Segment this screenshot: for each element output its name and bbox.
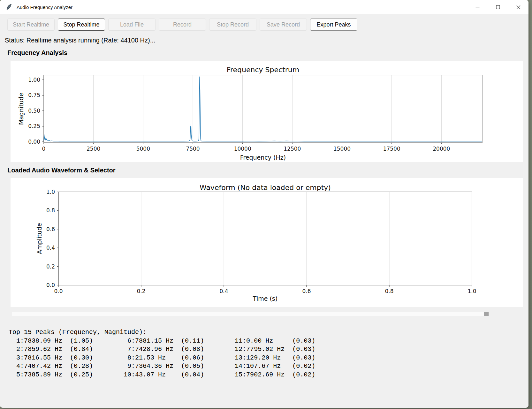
svg-text:0: 0 [42,146,46,152]
stop-record-button[interactable]: Stop Record [209,19,256,31]
svg-text:Amplitude: Amplitude [36,223,43,254]
status-text: Status: Realtime analysis running (Rate:… [5,37,155,44]
svg-text:12500: 12500 [284,146,301,152]
window-controls [467,0,528,14]
close-icon [516,5,521,9]
minimize-button[interactable] [467,0,488,14]
svg-text:15000: 15000 [333,146,351,152]
waveform-selector-canvas[interactable]: 0.00.20.40.60.81.00.00.20.40.60.81.0Wave… [11,178,523,307]
svg-text:5000: 5000 [136,146,150,152]
svg-text:7500: 7500 [186,146,200,152]
load-file-button[interactable]: Load File [108,19,156,31]
svg-text:0.2: 0.2 [46,263,55,270]
toolbar: Start Realtime Stop Realtime Load File R… [7,19,357,31]
svg-text:2500: 2500 [87,146,100,152]
svg-text:0.0: 0.0 [46,282,55,288]
save-record-button[interactable]: Save Record [260,19,307,31]
record-button[interactable]: Record [159,19,206,31]
titlebar: Audio Frequency Analyzer [0,0,528,14]
spectrum-chart-canvas: 025005000750010000125001500017500200000.… [11,61,523,162]
svg-text:17500: 17500 [383,146,400,152]
window-title: Audio Frequency Analyzer [17,4,72,10]
svg-text:20000: 20000 [433,146,450,152]
close-button[interactable] [508,0,528,14]
svg-text:1.0: 1.0 [46,189,55,195]
stop-realtime-button[interactable]: Stop Realtime [58,19,105,31]
svg-text:Frequency (Hz): Frequency (Hz) [240,154,286,161]
scrollbar-thumb[interactable] [484,312,489,316]
svg-text:0.6: 0.6 [302,288,311,294]
export-peaks-button[interactable]: Export Peaks [310,19,357,31]
app-window: Audio Frequency Analyzer Start Realtime … [0,0,528,408]
svg-text:1.0: 1.0 [467,288,476,294]
maximize-button[interactable] [488,0,508,14]
svg-text:0.25: 0.25 [28,123,40,129]
section-label-frequency-analysis: Frequency Analysis [7,49,67,57]
svg-text:0.75: 0.75 [28,92,40,98]
svg-text:0.6: 0.6 [46,226,55,232]
svg-text:Waveform (No data loaded or em: Waveform (No data loaded or empty) [200,184,331,192]
peaks-text: Top 15 Peaks (Frequency, Magnitude): 1:7… [9,328,315,379]
svg-text:0.8: 0.8 [385,288,393,294]
svg-text:Time (s): Time (s) [253,295,277,302]
waveform-selector-scrollbar[interactable] [12,312,489,316]
python-feather-icon [6,3,13,11]
maximize-icon [496,5,500,9]
svg-text:0.0: 0.0 [54,288,63,294]
svg-text:Magnitude: Magnitude [18,93,25,125]
svg-text:0.4: 0.4 [46,245,55,251]
svg-text:0.50: 0.50 [28,108,40,114]
section-label-waveform-selector: Loaded Audio Waveform & Selector [7,167,116,174]
start-realtime-button[interactable]: Start Realtime [7,19,55,31]
svg-text:0.2: 0.2 [137,288,145,294]
svg-text:0.00: 0.00 [28,139,40,145]
svg-text:0.8: 0.8 [46,207,55,214]
svg-text:Frequency Spectrum: Frequency Spectrum [227,66,299,74]
minimize-icon [475,5,480,9]
svg-text:0.4: 0.4 [219,288,228,294]
svg-text:10000: 10000 [234,146,251,152]
svg-text:1.00: 1.00 [28,77,40,83]
